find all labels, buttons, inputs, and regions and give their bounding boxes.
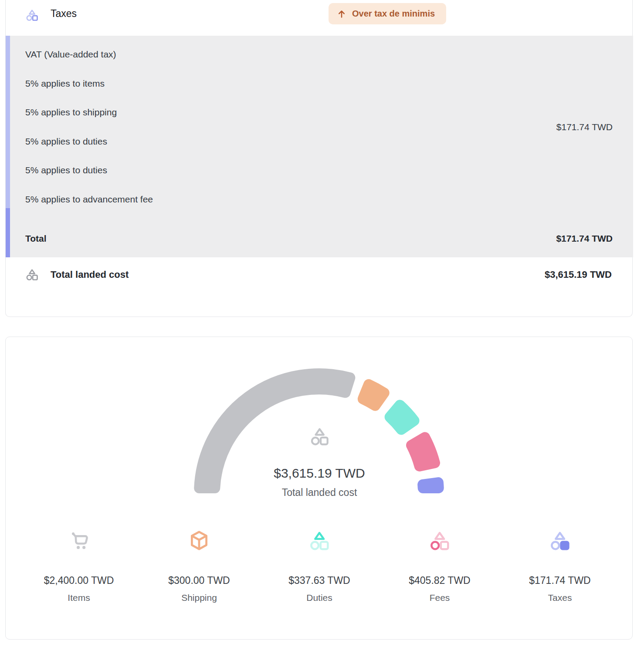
tax-detail-line: 5% applies to shipping [25, 106, 117, 118]
legend-items-label: Items [68, 592, 90, 604]
legend-fees-label: Fees [430, 592, 450, 604]
gauge-total-label: Total landed cost [6, 487, 633, 499]
badge-label: Over tax de minimis [352, 9, 435, 19]
gauge-shapes-icon [309, 426, 330, 447]
tax-detail-line: 5% applies to advancement fee [25, 193, 153, 206]
legend-shipping-label: Shipping [181, 592, 217, 604]
cost-breakdown-card: $3,615.19 TWD Total landed cost $2,400.0… [5, 337, 633, 640]
panel-accent-bar-light [6, 36, 10, 208]
package-icon [188, 529, 210, 554]
tax-detail-line: 5% applies to items [25, 78, 105, 90]
legend-fees-value: $405.82 TWD [409, 574, 470, 587]
legend-shipping[interactable]: $300.00 TWD Shipping [139, 529, 259, 604]
taxes-card: Taxes Over tax de minimis VAT (Value-add… [5, 0, 633, 317]
tax-total-amount: $171.74 TWD [556, 233, 613, 245]
tax-detail-line: VAT (Value-added tax) [25, 48, 116, 61]
over-de-minimis-badge: Over tax de minimis [329, 3, 446, 24]
legend-items-value: $2,400.00 TWD [44, 574, 114, 587]
cost-legend: $2,400.00 TWD Items $300.00 TWD Shipping [19, 529, 620, 604]
landed-cost-amount: $3,615.19 TWD [545, 269, 612, 280]
landed-cost-label: Total landed cost [51, 269, 129, 280]
legend-taxes-value: $171.74 TWD [529, 574, 590, 587]
panel-accent-bar-dark [6, 208, 10, 257]
tax-total-label: Total [25, 233, 47, 245]
legend-duties[interactable]: $337.63 TWD Duties [259, 529, 380, 604]
gauge-segment-shipping[interactable] [363, 384, 384, 406]
total-landed-cost-row: Total landed cost $3,615.19 TWD [6, 257, 632, 314]
legend-taxes-label: Taxes [548, 592, 572, 604]
legend-shipping-value: $300.00 TWD [168, 574, 230, 587]
shapes-icon-duties [308, 529, 330, 554]
taxes-header-row[interactable]: Taxes Over tax de minimis [6, 0, 632, 36]
shapes-icon-fees [429, 529, 451, 554]
gauge-total-value: $3,615.19 TWD [6, 466, 633, 481]
legend-items[interactable]: $2,400.00 TWD Items [19, 529, 139, 604]
legend-duties-label: Duties [306, 592, 332, 604]
legend-taxes[interactable]: $171.74 TWD Taxes [500, 529, 620, 604]
gauge-segment-fees[interactable] [411, 437, 435, 466]
taxes-shapes-icon [25, 8, 39, 22]
landed-cost-shapes-icon [25, 268, 39, 281]
taxes-title: Taxes [51, 8, 77, 20]
tax-detail-line: 5% applies to duties [25, 135, 107, 148]
gauge-segment-duties[interactable] [390, 405, 414, 429]
taxes-detail-panel: VAT (Value-added tax) 5% applies to item… [6, 36, 633, 257]
tax-detail-amount: $171.74 TWD [556, 121, 613, 133]
legend-fees[interactable]: $405.82 TWD Fees [380, 529, 500, 604]
legend-duties-value: $337.63 TWD [288, 574, 350, 587]
tax-detail-line: 5% applies to duties [25, 164, 107, 176]
shapes-icon-taxes [549, 529, 571, 554]
arrow-up-icon [336, 9, 347, 19]
cart-icon [68, 529, 90, 554]
landed-cost-page: Taxes Over tax de minimis VAT (Value-add… [0, 0, 644, 647]
